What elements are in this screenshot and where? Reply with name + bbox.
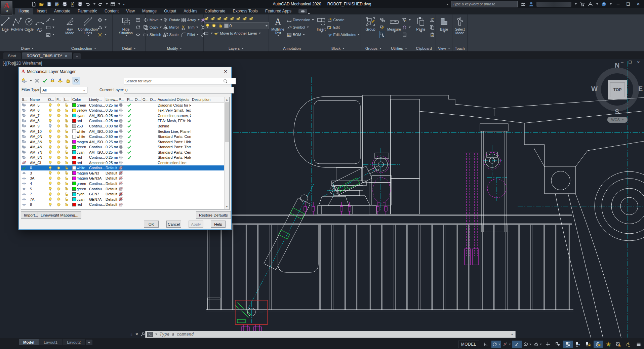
bulb-on-icon[interactable]: [47, 155, 56, 160]
column-header[interactable]: S...: [21, 97, 29, 102]
plot-icon[interactable]: [118, 103, 126, 107]
linetype-cell[interactable]: AM_ISO...: [88, 114, 105, 118]
lineweight-cell[interactable]: Default: [105, 192, 118, 196]
lineweight-cell[interactable]: 0.25 mm: [105, 140, 118, 144]
bulb-on-icon[interactable]: [47, 103, 56, 107]
new-drawing-tab-button[interactable]: +: [73, 53, 81, 59]
column-header[interactable]: O...: [47, 97, 56, 102]
layer-off-icon[interactable]: [223, 16, 228, 22]
plot-icon[interactable]: [118, 124, 126, 128]
layer-row-am_0n[interactable]: AM_0N white Continu... 0.50 mm Standard …: [21, 134, 229, 139]
paste-button[interactable]: Paste: [413, 15, 429, 45]
layer-row-7a[interactable]: 7A cyan GEN7A Default: [21, 197, 229, 202]
help-icon[interactable]: ?: [601, 1, 606, 7]
current-layer-field[interactable]: [124, 87, 234, 93]
freeze-sun-icon[interactable]: [56, 187, 64, 191]
array-button[interactable]: Array: [181, 16, 200, 23]
linetype-cell[interactable]: GEN3A: [88, 176, 105, 180]
edit-block-button[interactable]: Edit: [327, 24, 360, 31]
linetype-cell[interactable]: AM_ISO...: [88, 150, 105, 154]
scroll-down-icon[interactable]: ▼: [225, 204, 229, 209]
group-selection-icon[interactable]: [379, 31, 385, 38]
panel-label-groups[interactable]: Groups: [361, 45, 386, 51]
linetype-cell[interactable]: Continu...: [88, 166, 105, 170]
export-icon[interactable]: [70, 1, 75, 7]
ribbon-tab-collaborate[interactable]: Collaborate: [201, 8, 229, 14]
lock-fade-icon[interactable]: [65, 78, 71, 83]
layer-row-3[interactable]: 3 magen GEN3 Default: [21, 170, 229, 176]
rotate-button[interactable]: Rotate: [163, 16, 180, 23]
freeze-sun-icon[interactable]: [56, 103, 64, 107]
application-menu-button[interactable]: AM: [1, 1, 12, 15]
freeze-sun-icon[interactable]: [56, 108, 64, 113]
panel-label-view[interactable]: View: [436, 45, 452, 51]
lineweight-cell[interactable]: 0.25 mm: [105, 119, 118, 123]
no-plot-icon[interactable]: [118, 192, 126, 196]
plot-icon[interactable]: [118, 150, 126, 154]
freeze-sun-icon[interactable]: [56, 192, 64, 196]
group-button[interactable]: Group: [362, 15, 379, 45]
bulb-on-icon[interactable]: [47, 181, 56, 186]
view-cube-west[interactable]: W: [591, 85, 598, 93]
new-vp-freeze-check-icon[interactable]: [126, 134, 134, 139]
viewport-controls-label[interactable]: [-][Top][2D Wireframe]: [3, 61, 42, 66]
save-as-icon[interactable]: [54, 1, 60, 7]
construction-points-icon[interactable]: [97, 24, 107, 31]
new-file-icon[interactable]: [31, 1, 37, 7]
bulb-on-icon[interactable]: [47, 192, 56, 196]
trim-button[interactable]: Trim: [181, 24, 200, 31]
unlock-icon[interactable]: [64, 197, 72, 201]
column-header[interactable]: R...: [126, 97, 134, 102]
layer-color-cell[interactable]: red: [72, 202, 88, 206]
line-button[interactable]: Line: [0, 15, 10, 45]
layout-tab-layout1[interactable]: Layout1: [39, 339, 62, 345]
layer-standards-icon[interactable]: [50, 78, 55, 83]
arc-button[interactable]: Arc: [35, 15, 45, 45]
command-expand-icon[interactable]: ▲: [511, 333, 514, 336]
ribbon-tab-output[interactable]: Output: [160, 8, 180, 14]
unlock-icon[interactable]: [64, 150, 72, 154]
linetype-cell[interactable]: GEN3: [88, 171, 105, 175]
unlock-icon[interactable]: [64, 145, 72, 149]
command-input-box[interactable]: >_ ▲: [145, 331, 516, 338]
clean-screen-icon[interactable]: [624, 341, 633, 348]
section-view-icon[interactable]: A-A: [135, 16, 141, 23]
lineweight-cell[interactable]: Default: [105, 197, 118, 201]
hatch-icon[interactable]: [45, 31, 54, 38]
move-to-another-layer-button[interactable]: Move to Another Layer: [204, 30, 261, 37]
lineweight-mapping-button[interactable]: Lineweight Mapping...: [38, 211, 81, 219]
unlock-icon[interactable]: [64, 160, 72, 165]
layer-color-cell[interactable]: white: [72, 129, 88, 133]
no-plot-icon[interactable]: [118, 171, 126, 175]
layer-color-cell[interactable]: cyan: [72, 197, 88, 201]
object-snap-settings-icon[interactable]: [533, 341, 542, 348]
layer-row-am_cl[interactable]: AM_CL red Amconstr 0.25 mm Construction …: [21, 160, 229, 165]
freeze-sun-icon[interactable]: [56, 197, 64, 201]
ribbon-tab-content[interactable]: Content: [101, 8, 122, 14]
new-layer-caret-icon[interactable]: [30, 80, 32, 81]
construction-lines-button[interactable]: ConstructionLines: [79, 15, 97, 45]
calculator-icon[interactable]: [402, 31, 411, 38]
infocenter-search-input[interactable]: [451, 1, 518, 7]
ribbon-tab-express-tools[interactable]: Express Tools: [229, 8, 261, 14]
help-button[interactable]: Help: [211, 221, 226, 228]
apply-button[interactable]: Apply: [189, 221, 203, 228]
new-layer-icon[interactable]: [22, 78, 27, 83]
layer-color-cell[interactable]: green: [72, 103, 88, 107]
recent-commands-caret-icon[interactable]: [155, 334, 157, 335]
layer-color-cell[interactable]: cyan: [72, 150, 88, 154]
ok-button[interactable]: OK: [144, 221, 159, 228]
paste-block-icon[interactable]: [429, 31, 435, 38]
linetype-cell[interactable]: Continu...: [88, 134, 105, 139]
command-line[interactable]: ⣿ ✕ >_ ▲: [130, 331, 516, 338]
save-icon[interactable]: [46, 1, 52, 7]
bulb-off-icon[interactable]: [47, 124, 56, 128]
dimension-button[interactable]: Dimension: [286, 16, 314, 23]
layer-row-5[interactable]: 5 green Continu... Default: [21, 186, 229, 192]
unlock-icon[interactable]: [64, 202, 72, 207]
layout-tab-layout2[interactable]: Layout2: [63, 339, 85, 345]
new-vp-freeze-check-icon[interactable]: [126, 113, 134, 118]
infer-constraints-icon[interactable]: [502, 341, 512, 348]
linetype-cell[interactable]: Continu...: [88, 108, 105, 112]
command-close-icon[interactable]: ✕: [135, 332, 138, 337]
